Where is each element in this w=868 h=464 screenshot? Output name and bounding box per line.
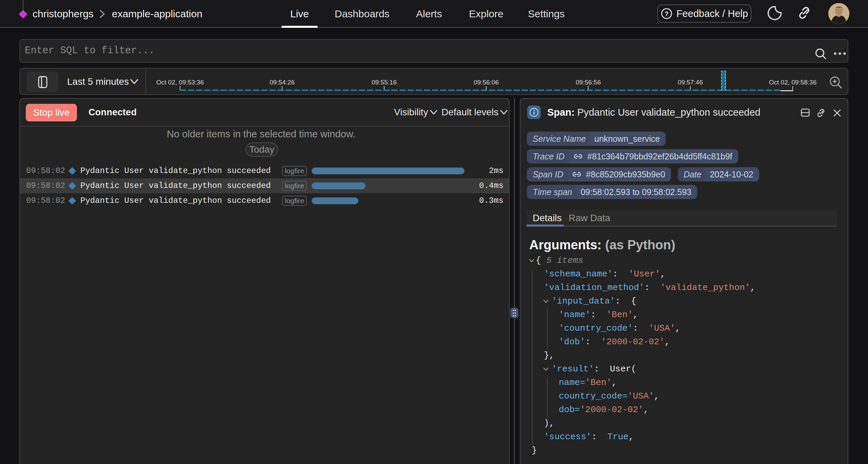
svg-text:?: ? xyxy=(665,10,669,17)
